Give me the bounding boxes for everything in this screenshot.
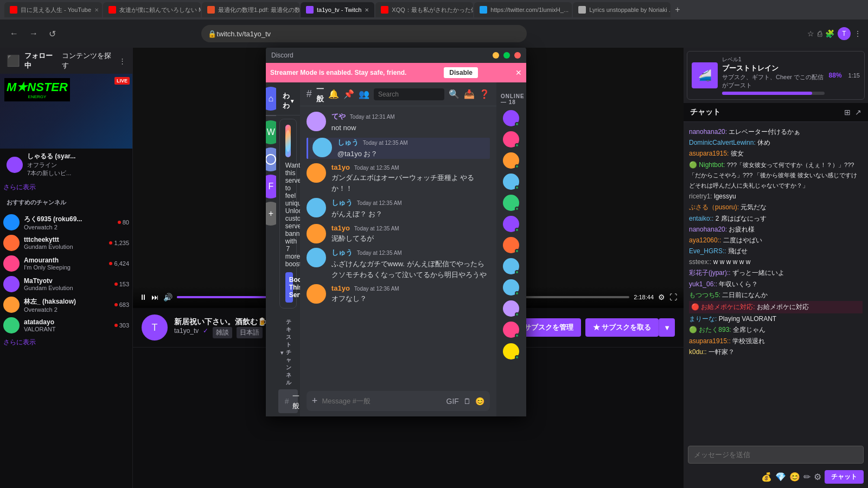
discord-pin-icon[interactable]: 📌 bbox=[343, 89, 354, 99]
show-more-recommended[interactable]: さらに表示 bbox=[0, 336, 132, 349]
tab-close-btn4[interactable]: ✕ bbox=[365, 7, 369, 13]
fullscreen-btn[interactable]: ⛶ bbox=[669, 293, 677, 301]
subscribe-btn[interactable]: ★ サブスクを取る bbox=[585, 318, 659, 337]
settings-btn[interactable]: ⋮ bbox=[854, 29, 861, 38]
find-content-btn[interactable]: コンテンツを探す bbox=[62, 51, 114, 70]
streamer-atatadayo[interactable]: atatadayo VALORANT 303 bbox=[0, 315, 132, 336]
member-reita[interactable]: Reita bbox=[499, 129, 524, 150]
member-edei[interactable]: えでい bbox=[499, 171, 524, 192]
play-pause-btn[interactable]: ⏸ bbox=[139, 293, 147, 301]
chat-send-btn[interactable]: チャット bbox=[825, 470, 864, 484]
offline-streamer-item[interactable]: しゃるる (syar... オフライン 7本の新しいビ... bbox=[0, 149, 132, 181]
discord-message-0: てや Today at 12:31 AM not now bbox=[307, 112, 490, 133]
streamer-mattyotv-viewers: 153 bbox=[114, 281, 129, 287]
discord-voice-category[interactable]: ▾ ボイスチャンネル bbox=[276, 414, 300, 416]
extension-btn[interactable]: 🧩 bbox=[825, 29, 834, 38]
member-kawase[interactable]: かわせ bbox=[499, 192, 524, 213]
tab-youtube2[interactable]: 友達が僕に頼んでいろしない M... ✕ bbox=[103, 2, 201, 17]
discord-home-icon[interactable]: ⌂ bbox=[266, 87, 276, 111]
discord-maximize-btn[interactable] bbox=[503, 52, 510, 59]
member-komatsubu[interactable]: こまつば Playing Overwatch bbox=[499, 214, 524, 234]
member-pochin[interactable]: ぽちん_・。♥ bbox=[499, 319, 524, 340]
streamer-haksalow[interactable]: 林左_ (haksalow) Overwatch 2 683 bbox=[0, 294, 132, 315]
twitch-chat-message-input[interactable] bbox=[688, 446, 864, 464]
chat-bits-btn[interactable]: 💎 bbox=[775, 472, 786, 482]
discord-search-input[interactable] bbox=[374, 88, 444, 100]
next-btn[interactable]: ⏭ bbox=[151, 293, 159, 301]
member-mayo[interactable]: まよーぼ 👑 お仕事運張を運張です bbox=[499, 341, 524, 362]
subscribe-dropdown-btn[interactable]: ▼ bbox=[659, 318, 675, 337]
forward-btn[interactable]: → bbox=[26, 27, 41, 41]
close-banner-btn[interactable]: ✕ bbox=[515, 68, 522, 77]
streamer-tttcheekyttt[interactable]: tttcheekyttt Gundam Evolution 1,235 bbox=[0, 233, 132, 253]
discord-channel-general[interactable]: # 一般 + bbox=[278, 389, 298, 413]
stream-category1[interactable]: 雑談 bbox=[213, 327, 232, 338]
discord-emoji-btn[interactable]: 😊 bbox=[475, 397, 484, 406]
stream-streamer-name[interactable]: ta1yo_tv bbox=[174, 327, 199, 338]
chat-reward-btn[interactable]: 💰 bbox=[761, 472, 772, 482]
chat-panel-title: チャット bbox=[690, 107, 840, 117]
profile-btn[interactable]: T bbox=[838, 27, 851, 40]
tab-twitch[interactable]: ta1yo_tv - Twitch ✕ bbox=[301, 2, 374, 17]
discord-help-btn[interactable]: ❓ bbox=[479, 89, 490, 99]
following-label[interactable]: フォロー中 bbox=[24, 51, 58, 70]
discord-server-icon-1[interactable]: W bbox=[266, 120, 276, 144]
tab-favicon bbox=[10, 6, 17, 14]
tab-close-btn[interactable]: ✕ bbox=[94, 7, 99, 13]
volume-btn[interactable]: 🔊 bbox=[163, 293, 173, 301]
discord-close-btn[interactable] bbox=[514, 52, 521, 59]
streamer-roku-avatar bbox=[3, 214, 20, 230]
sidebar-more-btn[interactable]: ⋮ bbox=[119, 57, 126, 65]
member-teya[interactable]: てや Playing Phasmophobia bbox=[499, 298, 524, 319]
streamer-roku[interactable]: ろく6935 (roku69... Overwatch 2 80 bbox=[0, 212, 132, 233]
star-btn[interactable]: ☆ bbox=[807, 29, 814, 38]
member-eve-hgrs[interactable]: Eve_HGRS 飛ばせ bbox=[499, 256, 524, 277]
show-more-offline[interactable]: さらに表示 bbox=[0, 181, 132, 194]
chat-panel-header: チャット ⊞ ↗ bbox=[684, 103, 868, 122]
discord-members-icon[interactable]: 👥 bbox=[359, 89, 369, 99]
member-shuu[interactable]: しゅう bbox=[499, 277, 524, 298]
discord-attach-btn[interactable]: + bbox=[312, 395, 318, 407]
discord-server-icon-4[interactable]: + bbox=[266, 202, 276, 226]
boost-level: レベル1 bbox=[722, 56, 825, 63]
tab-label3: 最適化の数理1.pdf: 最適化の数... bbox=[218, 6, 299, 14]
discord-bell-icon[interactable]: 🔔 bbox=[328, 89, 339, 99]
boost-server-btn[interactable]: Boost This Server bbox=[285, 272, 293, 303]
discord-server-icon-3[interactable]: F bbox=[266, 175, 276, 198]
stream-category2[interactable]: 日本語 bbox=[237, 327, 263, 338]
back-btn[interactable]: ← bbox=[7, 27, 22, 41]
discord-gif-btn[interactable]: GIF bbox=[446, 397, 459, 406]
stream-preview[interactable]: M★NSTER ENERGY LIVE bbox=[0, 74, 133, 149]
chat-expand-btn[interactable]: ↗ bbox=[855, 108, 861, 117]
discord-server-name[interactable]: わわ ▼ bbox=[276, 87, 300, 115]
discord-inbox-btn[interactable]: 📥 bbox=[464, 89, 475, 99]
discord-minimize-btn[interactable] bbox=[493, 52, 499, 59]
discord-text-category[interactable]: ▾ テキストチャンネル bbox=[276, 312, 300, 389]
tab-twitter[interactable]: https://twitter.com/1lumixH_... ✕ bbox=[474, 2, 572, 17]
chat-edit-btn[interactable]: ✏ bbox=[803, 472, 810, 482]
reload-btn[interactable]: ↺ bbox=[46, 27, 59, 41]
discord-message-input[interactable] bbox=[322, 397, 442, 405]
tab-xqq[interactable]: XQQ：最も私がされたかった体験... ✕ bbox=[375, 2, 473, 17]
discord-server-icon-2[interactable] bbox=[266, 147, 276, 171]
chat-layout-btn[interactable]: ⊞ bbox=[844, 108, 851, 117]
tab-pdf[interactable]: 最適化の数理1.pdf: 最適化の数... ✕ bbox=[202, 2, 299, 17]
member-ta1yo[interactable]: ta1yo bbox=[499, 150, 524, 171]
discord-sticker-btn[interactable]: 🗒 bbox=[463, 397, 471, 406]
chat-emoji-btn[interactable]: 😊 bbox=[789, 472, 800, 482]
streamer-mattyotv[interactable]: MaTtyotv Gundam Evolution 153 bbox=[0, 274, 132, 294]
discord-search-btn[interactable]: 🔍 bbox=[449, 89, 459, 99]
discord-overlay[interactable]: Discord Streamer Mode is enabled. Stay s… bbox=[266, 48, 526, 416]
address-bar[interactable]: 🔒 twitch.tv/ta1yo_tv bbox=[201, 25, 527, 42]
tab-youtube1[interactable]: 目に見える人生 - YouTube ✕ bbox=[4, 2, 102, 17]
settings-video-btn[interactable]: ⚙ bbox=[658, 293, 665, 301]
screenshot-btn[interactable]: ⎙ bbox=[818, 29, 822, 38]
member-kayanezumi[interactable]: kayanezumi bbox=[499, 108, 524, 129]
disable-streamer-mode-btn[interactable]: Disable bbox=[444, 67, 478, 78]
streamer-amouranth[interactable]: Amouranth I'm Only Sleeping 6,424 bbox=[0, 253, 132, 274]
chat-points-btn[interactable]: ⚙ bbox=[814, 472, 821, 482]
new-tab-btn[interactable]: + bbox=[672, 3, 683, 17]
tab-lyrics[interactable]: Lyrics unstoppable by Noriaki ... ✕ bbox=[573, 2, 671, 17]
chat-line-ricetry1: ricetry1: lgessyu bbox=[689, 191, 863, 202]
member-aya12060[interactable]: aya12060: 二度はやばい bbox=[499, 235, 524, 255]
